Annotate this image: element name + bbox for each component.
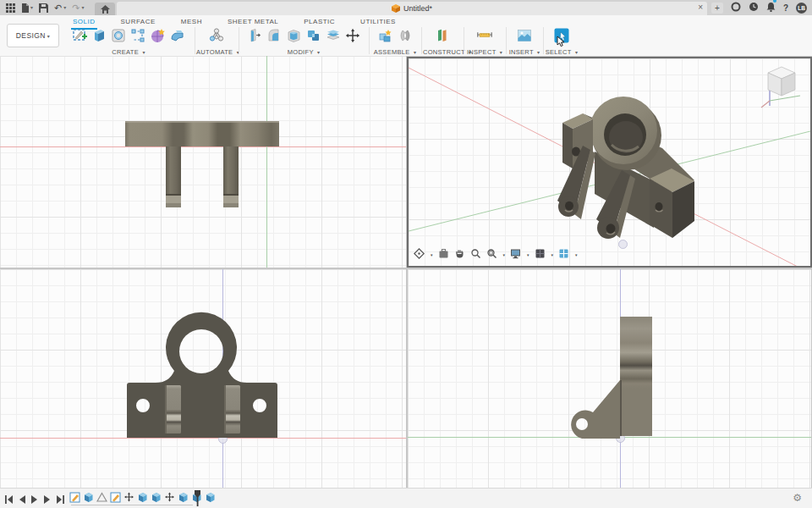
step-back-button[interactable] [19, 492, 25, 507]
grid-settings-caret[interactable]: ▾ [551, 252, 554, 257]
timeline-track-line [71, 505, 193, 505]
feature-extrude[interactable] [205, 491, 216, 506]
document-tab[interactable]: Untitled* × [117, 2, 707, 15]
modify-dropdown[interactable]: MODIFY ▾ [240, 48, 367, 56]
construct-dropdown[interactable]: CONSTRUCT ▾ [423, 48, 462, 56]
inspect-dropdown[interactable]: INSPECT ▾ [465, 48, 504, 56]
file-menu-button[interactable]: ▾ [21, 3, 33, 13]
look-at-icon[interactable] [438, 247, 449, 262]
clip-right [224, 385, 240, 433]
group-separator [543, 27, 544, 54]
part-top-view[interactable] [118, 115, 288, 217]
part-side-view[interactable] [543, 303, 661, 447]
split-body-icon[interactable] [325, 27, 342, 44]
orbit-caret[interactable]: ▾ [431, 252, 433, 257]
hole-icon[interactable] [111, 27, 128, 44]
select-dropdown[interactable]: SELECT ▾ [545, 48, 579, 56]
timeline-position-marker[interactable] [194, 490, 202, 508]
notifications-icon[interactable] [766, 0, 776, 15]
group-separator [421, 27, 422, 54]
group-separator [506, 27, 507, 54]
clip-left [165, 385, 181, 433]
undo-button[interactable]: ↶ ▾ [54, 3, 66, 13]
group-assemble: ASSEMBLE ▾ [370, 25, 420, 56]
new-tab-button[interactable]: + [711, 3, 723, 14]
go-to-end-button[interactable] [57, 492, 64, 507]
joint-icon[interactable] [397, 27, 414, 44]
move-copy-icon[interactable] [344, 27, 361, 44]
measure-icon[interactable] [476, 27, 493, 44]
group-separator [369, 27, 370, 54]
mouse-cursor [557, 36, 567, 47]
part-isometric[interactable] [535, 92, 721, 253]
go-to-start-button[interactable] [5, 492, 13, 507]
create-points-icon[interactable] [130, 27, 147, 44]
display-settings-icon[interactable] [510, 247, 521, 262]
viewport-top-view[interactable] [0, 56, 406, 268]
display-settings-caret[interactable]: ▾ [527, 252, 529, 257]
viewport-front-view[interactable] [0, 269, 406, 488]
automate-icon[interactable] [208, 27, 225, 44]
orbit-icon[interactable] [414, 247, 425, 262]
group-inspect: INSPECT ▾ [465, 25, 504, 56]
new-component-icon[interactable] [377, 27, 394, 44]
account-avatar[interactable]: LB [796, 3, 807, 14]
create-sketch-icon[interactable] [72, 27, 89, 44]
document-title: Untitled* [403, 4, 432, 13]
notification-dot [773, 0, 776, 3]
create-dropdown[interactable]: CREATE ▾ [64, 48, 193, 56]
automate-dropdown[interactable]: AUTOMATE ▾ [196, 48, 237, 56]
group-automate: AUTOMATE ▾ [196, 25, 237, 56]
fillet-icon[interactable] [266, 27, 283, 44]
viewport-nav-toolbar: ▾ ▾ ▾ ▾ ▾ [414, 247, 578, 262]
settings-gear-icon[interactable]: ⚙ [793, 491, 802, 505]
sweep-icon[interactable] [169, 27, 186, 44]
group-insert: INSERT ▾ [508, 25, 541, 56]
part-front-view[interactable] [118, 303, 288, 447]
insert-image-icon[interactable] [516, 27, 533, 44]
playback-controls [5, 492, 64, 507]
zoom-icon[interactable] [470, 247, 481, 262]
press-pull-icon[interactable] [247, 27, 264, 44]
extensions-icon[interactable] [731, 0, 741, 15]
multi-viewport-caret[interactable]: ▾ [575, 252, 578, 257]
title-bar: ▾ ↶ ▾ ↷ ▾ Untitled* × + [0, 0, 812, 15]
step-forward-button[interactable] [44, 492, 51, 507]
extrude-icon[interactable] [91, 27, 108, 44]
zoom-window-icon[interactable] [486, 247, 497, 262]
modeling-canvas: ▾ ▾ ▾ ▾ ▾ [0, 56, 812, 488]
combine-icon[interactable] [305, 27, 322, 44]
grid-settings-icon[interactable] [535, 247, 546, 262]
group-separator [239, 27, 239, 54]
construction-plane-icon[interactable] [434, 27, 451, 44]
save-button[interactable] [39, 3, 48, 13]
ribbon-toolbar: DESIGN ▾ SOLID SURFACE MESH SHEET METAL … [0, 15, 812, 57]
home-icon [101, 5, 110, 14]
close-tab-button[interactable]: × [698, 3, 703, 12]
zoom-window-caret[interactable]: ▾ [503, 252, 506, 257]
assemble-dropdown[interactable]: ASSEMBLE ▾ [370, 48, 420, 56]
view-cube[interactable] [760, 62, 804, 109]
shell-icon[interactable] [286, 27, 303, 44]
help-icon[interactable]: ? [783, 3, 788, 13]
document-cube-icon [392, 4, 400, 13]
group-modify: MODIFY ▾ [240, 25, 367, 56]
multi-viewport-icon[interactable] [558, 247, 569, 262]
home-tab[interactable] [95, 3, 115, 15]
pan-icon[interactable] [454, 247, 465, 262]
insert-dropdown[interactable]: INSERT ▾ [508, 48, 541, 56]
viewport-side-view[interactable] [408, 269, 811, 488]
viewport-isometric-active[interactable]: ▾ ▾ ▾ ▾ ▾ [407, 57, 812, 268]
timeline-bar: ⚙ [0, 488, 812, 508]
redo-button[interactable]: ↷ ▾ [72, 3, 84, 13]
group-create: CREATE ▾ [64, 25, 193, 56]
group-separator [464, 27, 464, 54]
job-status-icon[interactable] [749, 0, 759, 15]
app-grid-icon[interactable] [6, 3, 15, 13]
group-construct: CONSTRUCT ▾ [423, 25, 462, 56]
group-separator [195, 27, 195, 54]
play-button[interactable] [31, 492, 38, 507]
create-form-icon[interactable] [150, 27, 167, 44]
design-workspace-button[interactable]: DESIGN ▾ [7, 24, 59, 47]
